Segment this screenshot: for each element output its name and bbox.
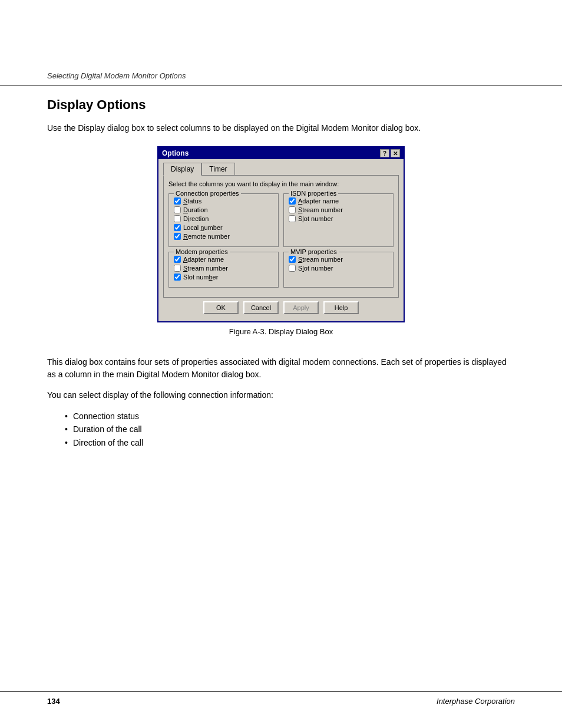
checkbox-duration-input[interactable] xyxy=(174,206,181,213)
ok-button[interactable]: OK xyxy=(203,301,239,314)
dialog-title: Options xyxy=(162,149,189,157)
connection-properties-group: Connection properties Status Duration xyxy=(168,193,279,247)
bullet-item-1: Connection status xyxy=(65,410,515,423)
main-content: Display Options Use the Display dialog b… xyxy=(0,85,562,461)
dialog-buttons: OK Cancel Apply Help xyxy=(163,298,399,317)
options-dialog: Options ? ✕ Display Timer Select xyxy=(157,146,405,322)
checkbox-isdn-stream: Stream number xyxy=(289,206,388,213)
tab-description: Select the columns you want to display i… xyxy=(168,180,394,187)
intro-text: Use the Display dialog box to select col… xyxy=(47,122,515,134)
modem-legend: Modem properties xyxy=(174,248,230,255)
tab-content: Select the columns you want to display i… xyxy=(163,175,399,298)
checkbox-direction: Direction xyxy=(174,215,273,222)
isdn-legend: ISDN properties xyxy=(289,190,338,197)
bullet-item-2: Duration of the call xyxy=(65,423,515,436)
checkbox-modem-slot-label: Slot number xyxy=(183,274,218,281)
checkbox-mvip-slot: Slot number xyxy=(289,265,388,272)
checkbox-isdn-stream-input[interactable] xyxy=(289,206,296,213)
page-container: Selecting Digital Modem Monitor Options … xyxy=(0,0,562,728)
checkbox-status: Status xyxy=(174,197,273,205)
checkbox-isdn-adapter-input[interactable] xyxy=(289,197,296,205)
connection-legend: Connection properties xyxy=(174,190,241,197)
tab-timer[interactable]: Timer xyxy=(201,163,234,175)
checkbox-modem-stream-input[interactable] xyxy=(174,265,181,272)
properties-row-2: Modem properties Adapter name Stream num… xyxy=(168,252,394,288)
figure-caption: Figure A-3. Display Dialog Box xyxy=(229,327,333,336)
body-para-1: This dialog box contains four sets of pr… xyxy=(47,356,515,381)
apply-button[interactable]: Apply xyxy=(283,301,319,314)
tab-display[interactable]: Display xyxy=(163,163,201,176)
section-title: Display Options xyxy=(47,97,515,113)
checkbox-mvip-slot-label: Slot number xyxy=(298,265,333,272)
company-name: Interphase Corporation xyxy=(437,697,515,706)
checkbox-modem-adapter: Adapter name xyxy=(174,256,273,263)
bullet-item-3: Direction of the call xyxy=(65,436,515,449)
tab-bar: Display Timer xyxy=(163,163,399,175)
checkbox-modem-adapter-label: Adapter name xyxy=(183,256,224,263)
help-title-button[interactable]: ? xyxy=(380,149,389,157)
dialog-body: Display Timer Select the columns you wan… xyxy=(158,159,404,321)
properties-row-1: Connection properties Status Duration xyxy=(168,193,394,247)
modem-properties-group: Modem properties Adapter name Stream num… xyxy=(168,252,279,288)
checkbox-mvip-slot-input[interactable] xyxy=(289,265,296,272)
mvip-legend: MVIP properties xyxy=(289,248,339,255)
titlebar-buttons: ? ✕ xyxy=(380,149,400,157)
page-footer: 134 Interphase Corporation xyxy=(0,691,562,710)
checkbox-mvip-stream-input[interactable] xyxy=(289,256,296,263)
checkbox-duration-label: Duration xyxy=(183,206,208,213)
checkbox-local-number-label: Local number xyxy=(183,224,223,231)
checkbox-status-label: Status xyxy=(183,197,201,205)
checkbox-isdn-slot-input[interactable] xyxy=(289,215,296,222)
checkbox-local-number-input[interactable] xyxy=(174,224,181,231)
checkbox-isdn-slot-label: Slot number xyxy=(298,215,333,222)
checkbox-local-number: Local number xyxy=(174,224,273,231)
checkbox-modem-adapter-input[interactable] xyxy=(174,256,181,263)
page-number: 134 xyxy=(47,697,60,706)
isdn-properties-group: ISDN properties Adapter name Stream numb… xyxy=(283,193,394,247)
checkbox-direction-input[interactable] xyxy=(174,215,181,222)
checkbox-duration: Duration xyxy=(174,206,273,213)
dialog-wrapper: Options ? ✕ Display Timer Select xyxy=(47,146,515,348)
dialog-titlebar: Options ? ✕ xyxy=(158,147,404,159)
checkbox-isdn-stream-label: Stream number xyxy=(298,206,343,213)
checkbox-isdn-adapter: Adapter name xyxy=(289,197,388,205)
help-button[interactable]: Help xyxy=(323,301,359,314)
bullet-list: Connection status Duration of the call D… xyxy=(65,410,515,449)
checkbox-modem-stream-label: Stream number xyxy=(183,265,228,272)
checkbox-remote-number: Remote number xyxy=(174,233,273,240)
checkbox-status-input[interactable] xyxy=(174,197,181,205)
body-para-2: You can select display of the following … xyxy=(47,389,515,401)
cancel-button[interactable]: Cancel xyxy=(243,301,279,314)
header-title: Selecting Digital Modem Monitor Options xyxy=(47,71,186,80)
checkbox-isdn-slot: Slot number xyxy=(289,215,388,222)
checkbox-mvip-stream: Stream number xyxy=(289,256,388,263)
checkbox-remote-number-label: Remote number xyxy=(183,233,230,240)
checkbox-modem-slot: Slot number xyxy=(174,274,273,281)
checkbox-direction-label: Direction xyxy=(183,215,209,222)
checkbox-remote-number-input[interactable] xyxy=(174,233,181,240)
close-title-button[interactable]: ✕ xyxy=(391,149,400,157)
checkbox-modem-stream: Stream number xyxy=(174,265,273,272)
mvip-properties-group: MVIP properties Stream number Slot numbe… xyxy=(283,252,394,288)
checkbox-modem-slot-input[interactable] xyxy=(174,274,181,281)
checkbox-isdn-adapter-label: Adapter name xyxy=(298,197,339,205)
checkbox-mvip-stream-label: Stream number xyxy=(298,256,343,263)
top-header: Selecting Digital Modem Monitor Options xyxy=(0,0,562,85)
